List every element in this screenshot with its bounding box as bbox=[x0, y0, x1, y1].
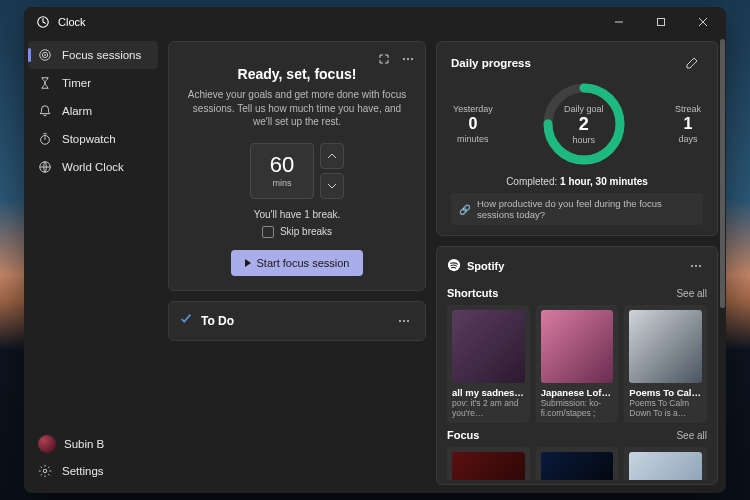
svg-point-7 bbox=[43, 469, 47, 473]
nav-label: World Clock bbox=[62, 161, 124, 173]
nav-label: Alarm bbox=[62, 105, 92, 117]
app-icon bbox=[36, 15, 50, 29]
focus-subtitle: Achieve your goals and get more done wit… bbox=[185, 88, 409, 129]
nav-focus-sessions[interactable]: Focus sessions bbox=[28, 41, 158, 69]
close-button[interactable] bbox=[686, 7, 720, 37]
svg-point-18 bbox=[695, 265, 697, 267]
todo-icon bbox=[179, 312, 193, 330]
profile-button[interactable]: Subin B bbox=[28, 431, 158, 457]
svg-point-8 bbox=[403, 58, 405, 60]
nav-label: Settings bbox=[62, 465, 104, 477]
productivity-prompt[interactable]: 🔗 How productive do you feel during the … bbox=[451, 193, 703, 225]
duration-unit: mins bbox=[272, 178, 291, 188]
hourglass-icon bbox=[38, 76, 52, 90]
nav-timer[interactable]: Timer bbox=[28, 69, 158, 97]
duration-up-button[interactable] bbox=[320, 143, 344, 169]
play-icon bbox=[245, 259, 251, 267]
profile-name: Subin B bbox=[64, 438, 104, 450]
todo-title: To Do bbox=[201, 314, 385, 328]
app-title: Clock bbox=[58, 16, 86, 28]
nav-world-clock[interactable]: World Clock bbox=[28, 153, 158, 181]
progress-title: Daily progress bbox=[451, 57, 531, 69]
nav-label: Stopwatch bbox=[62, 133, 116, 145]
more-button[interactable] bbox=[397, 48, 419, 70]
svg-point-12 bbox=[403, 320, 405, 322]
section-title: Shortcuts bbox=[447, 287, 498, 299]
svg-point-9 bbox=[407, 58, 409, 60]
spotify-more-button[interactable] bbox=[685, 255, 707, 277]
yesterday-stat: Yesterday 0 minutes bbox=[453, 104, 493, 144]
see-all-link[interactable]: See all bbox=[676, 288, 707, 299]
nav-stopwatch[interactable]: Stopwatch bbox=[28, 125, 158, 153]
playlist-cover bbox=[541, 310, 614, 383]
playlist-tile[interactable]: Instrumental StudyInstrumental StudyA so… bbox=[624, 447, 707, 480]
playlist-tile[interactable]: all my sadness…pov: it's 2 am and you're… bbox=[447, 305, 530, 423]
progress-ring: Daily goal 2 hours bbox=[540, 80, 628, 168]
duration-value: 60 bbox=[270, 154, 294, 176]
bell-icon bbox=[38, 104, 52, 118]
titlebar: Clock bbox=[24, 7, 726, 37]
duration-display: 60 mins bbox=[250, 143, 314, 199]
todo-more-button[interactable] bbox=[393, 310, 415, 332]
spotify-title: Spotify bbox=[467, 260, 679, 272]
stopwatch-icon bbox=[38, 132, 52, 146]
todo-card[interactable]: To Do bbox=[168, 301, 426, 341]
playlist-tile[interactable]: Coding ModeCoding ModeDedicated to all t… bbox=[447, 447, 530, 480]
minimize-button[interactable] bbox=[602, 7, 636, 37]
playlist-cover bbox=[452, 310, 525, 383]
focus-card: Ready, set, focus! Achieve your goals an… bbox=[168, 41, 426, 291]
daily-progress-card: Daily progress Yesterday 0 minutes Dai bbox=[436, 41, 718, 236]
breaks-text: You'll have 1 break. bbox=[185, 209, 409, 220]
start-focus-button[interactable]: Start focus session bbox=[231, 250, 364, 276]
playlist-tile[interactable]: Deep FocusDeep FocusKeep calm and focus … bbox=[536, 447, 619, 480]
edit-progress-button[interactable] bbox=[681, 52, 703, 74]
target-icon bbox=[38, 48, 52, 62]
completed-text: Completed: 1 hour, 30 minutes bbox=[451, 176, 703, 187]
maximize-button[interactable] bbox=[644, 7, 678, 37]
nav-label: Timer bbox=[62, 77, 91, 89]
spotify-icon bbox=[447, 258, 461, 274]
nav-settings[interactable]: Settings bbox=[28, 457, 158, 485]
nav-label: Focus sessions bbox=[62, 49, 141, 61]
scrollbar[interactable] bbox=[720, 39, 725, 487]
see-all-link[interactable]: See all bbox=[676, 430, 707, 441]
svg-point-17 bbox=[691, 265, 693, 267]
playlist-cover: Instrumental Study bbox=[629, 452, 702, 480]
nav-alarm[interactable]: Alarm bbox=[28, 97, 158, 125]
playlist-tile[interactable]: Japanese Lofi ChillSubmission: ko-fi.com… bbox=[536, 305, 619, 423]
streak-stat: Streak 1 days bbox=[675, 104, 701, 144]
playlist-cover: Deep Focus bbox=[541, 452, 614, 480]
svg-point-11 bbox=[399, 320, 401, 322]
link-icon: 🔗 bbox=[459, 204, 471, 215]
start-label: Start focus session bbox=[257, 257, 350, 269]
playlist-tile[interactable]: Poems To Calm D…Poems To Calm Down To is… bbox=[624, 305, 707, 423]
svg-point-4 bbox=[44, 54, 46, 56]
gear-icon bbox=[38, 464, 52, 478]
svg-point-19 bbox=[699, 265, 701, 267]
skip-breaks-label: Skip breaks bbox=[280, 226, 332, 237]
expand-button[interactable] bbox=[373, 48, 395, 70]
playlist-cover bbox=[629, 310, 702, 383]
skip-breaks-checkbox[interactable] bbox=[262, 226, 274, 238]
svg-rect-1 bbox=[658, 19, 665, 26]
svg-point-10 bbox=[411, 58, 413, 60]
svg-point-13 bbox=[407, 320, 409, 322]
duration-down-button[interactable] bbox=[320, 173, 344, 199]
sidebar: Focus sessions Timer Alarm Stopwatch Wor… bbox=[24, 37, 162, 493]
globe-icon bbox=[38, 160, 52, 174]
section-title: Focus bbox=[447, 429, 479, 441]
spotify-card: Spotify Shortcuts See all all my sadness… bbox=[436, 246, 718, 485]
playlist-cover: Coding Mode bbox=[452, 452, 525, 480]
avatar bbox=[38, 435, 56, 453]
